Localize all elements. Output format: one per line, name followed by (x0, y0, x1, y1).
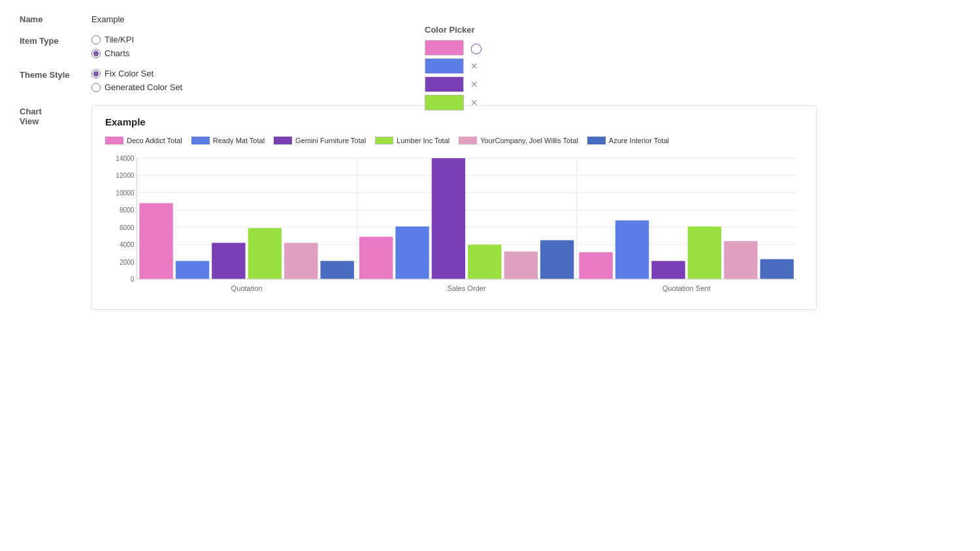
color-remove-button-3[interactable]: ✕ (469, 97, 480, 108)
item-type-charts-label: Charts (105, 48, 129, 58)
theme-style-group: Fix Color Set Generated Color Set (91, 69, 182, 92)
theme-generated-color-label: Generated Color Set (105, 82, 182, 92)
color-row-0: ◯ (425, 40, 483, 56)
theme-fix-color[interactable]: Fix Color Set (91, 69, 182, 78)
item-type-group: Tile/KPI Charts (91, 35, 134, 58)
color-swatch-0[interactable] (425, 40, 464, 56)
chart-view-section: Chart View Example Deco Addict TotalRead… (20, 105, 960, 310)
color-remove-button-2[interactable]: ✕ (469, 79, 480, 90)
legend-item: YourCompany, Joel Willis Total (459, 137, 578, 144)
theme-style-label: Theme Style (20, 69, 78, 80)
svg-rect-32 (615, 220, 649, 279)
item-type-tile-kpi-radio[interactable] (91, 35, 101, 44)
color-row-2: ✕ (425, 76, 483, 92)
item-type-charts-radio[interactable] (91, 49, 101, 58)
theme-generated-color-radio[interactable] (91, 83, 101, 92)
svg-rect-21 (320, 261, 353, 279)
item-type-tile-kpi-label: Tile/KPI (105, 35, 134, 44)
legend-item: Lumber Inc Total (375, 137, 449, 144)
svg-rect-36 (760, 259, 794, 279)
svg-rect-25 (432, 158, 465, 279)
svg-rect-26 (468, 244, 501, 279)
svg-rect-34 (688, 226, 721, 279)
svg-text:10000: 10000 (116, 190, 134, 197)
color-picker-label: Color Picker (425, 25, 483, 35)
color-row-3: ✕ (425, 95, 483, 110)
chart-view-label: Chart View (20, 105, 78, 126)
svg-rect-16 (139, 203, 172, 279)
item-type-tile-kpi[interactable]: Tile/KPI (91, 35, 134, 44)
color-add-button[interactable]: ◯ (469, 42, 483, 54)
svg-rect-31 (579, 252, 612, 279)
chart-area: 02000400060008000100001200014000Quotatio… (105, 155, 803, 299)
color-row-1: ✕ (425, 58, 483, 74)
svg-text:0: 0 (131, 276, 135, 283)
theme-fix-color-label: Fix Color Set (105, 69, 154, 78)
color-swatch-1[interactable] (425, 58, 464, 74)
svg-rect-24 (395, 226, 429, 279)
svg-rect-20 (284, 243, 318, 280)
svg-text:4000: 4000 (120, 241, 135, 248)
svg-rect-28 (540, 241, 574, 279)
legend-item: Ready Mat Total (191, 137, 265, 144)
svg-text:Quotation Sent: Quotation Sent (662, 284, 711, 292)
svg-text:6000: 6000 (120, 224, 135, 231)
name-label: Name (20, 13, 78, 24)
legend-label: Ready Mat Total (213, 137, 265, 144)
svg-rect-19 (248, 228, 282, 279)
svg-rect-17 (176, 261, 209, 279)
svg-text:2000: 2000 (120, 259, 135, 266)
chart-container: Example Deco Addict TotalReady Mat Total… (91, 105, 817, 310)
legend-label: Deco Addict Total (127, 137, 182, 144)
svg-text:12000: 12000 (116, 172, 134, 179)
svg-rect-27 (504, 252, 538, 279)
legend-item: Azure Interior Total (587, 137, 669, 144)
legend-label: YourCompany, Joel Willis Total (480, 137, 578, 144)
chart-legend: Deco Addict TotalReady Mat TotalGemini F… (105, 137, 803, 144)
chart-title: Example (105, 116, 803, 127)
svg-text:14000: 14000 (116, 155, 134, 162)
color-remove-button-1[interactable]: ✕ (469, 61, 480, 71)
legend-label: Gemini Furniture Total (295, 137, 366, 144)
svg-rect-33 (651, 261, 685, 279)
legend-label: Azure Interior Total (609, 137, 669, 144)
theme-generated-color[interactable]: Generated Color Set (91, 82, 182, 92)
svg-text:Quotation: Quotation (231, 284, 263, 292)
color-swatch-2[interactable] (425, 76, 464, 92)
theme-fix-color-radio[interactable] (91, 69, 101, 78)
legend-item: Deco Addict Total (105, 137, 182, 144)
svg-rect-18 (212, 243, 245, 280)
item-type-charts[interactable]: Charts (91, 48, 134, 58)
name-value: Example (91, 13, 125, 24)
svg-text:Sales Order: Sales Order (448, 284, 486, 292)
legend-label: Lumber Inc Total (397, 137, 449, 144)
svg-rect-35 (724, 241, 757, 279)
color-swatch-3[interactable] (425, 95, 464, 110)
svg-text:8000: 8000 (120, 207, 135, 214)
item-type-label: Item Type (20, 35, 78, 46)
color-picker-section: Color Picker ◯ ✕ ✕ ✕ (425, 25, 483, 110)
legend-item: Gemini Furniture Total (274, 137, 366, 144)
svg-rect-23 (359, 237, 393, 279)
